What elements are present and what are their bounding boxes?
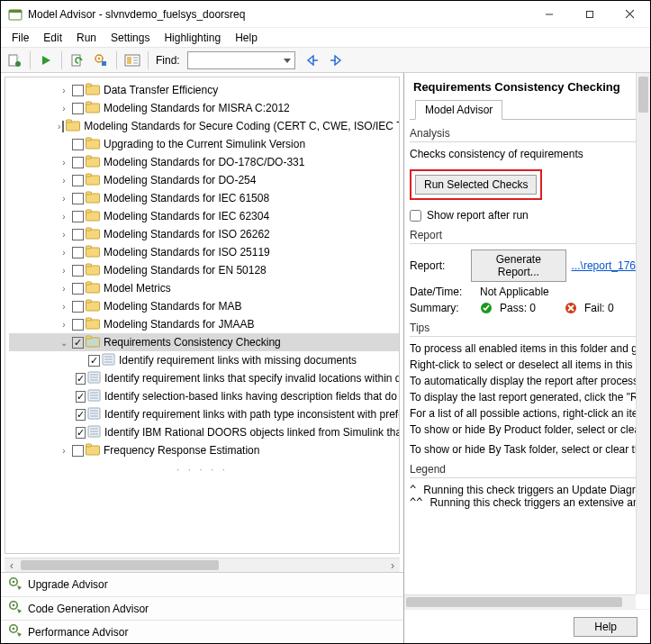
twisty-icon[interactable]: › xyxy=(58,122,60,132)
menu-settings[interactable]: Settings xyxy=(105,30,155,46)
find-next-icon[interactable] xyxy=(326,50,346,70)
report-icon[interactable] xyxy=(122,50,142,70)
tip-line: To display the last report generated, cl… xyxy=(410,391,636,404)
tab-model-advisor[interactable]: Model Advisor xyxy=(415,100,502,120)
tree-row[interactable]: ›Modeling Standards for IEC 61508 xyxy=(9,189,399,207)
tree-row[interactable]: ›Model Metrics xyxy=(9,279,399,297)
tree-label: Modeling Standards for MISRA C:2012 xyxy=(104,102,290,114)
find-prev-icon[interactable] xyxy=(303,50,322,70)
twisty-icon[interactable]: › xyxy=(58,86,70,95)
chevron-down-icon[interactable] xyxy=(283,55,292,66)
menu-highlighting[interactable]: Highlighting xyxy=(158,30,226,46)
twisty-icon[interactable]: › xyxy=(58,320,70,330)
twisty-icon[interactable]: › xyxy=(58,284,70,294)
tree-checkbox[interactable] xyxy=(62,121,64,132)
svg-rect-47 xyxy=(86,282,92,285)
check-item-icon xyxy=(102,353,115,368)
find-input[interactable] xyxy=(187,51,295,69)
tree-checkbox[interactable] xyxy=(72,139,84,150)
menu-edit[interactable]: Edit xyxy=(38,30,68,46)
menu-help[interactable]: Help xyxy=(230,30,263,46)
menu-run[interactable]: Run xyxy=(71,30,102,46)
twisty-icon[interactable]: › xyxy=(58,194,70,204)
details-horizontal-scrollbar[interactable] xyxy=(404,594,636,609)
tree-checkbox[interactable] xyxy=(72,319,84,331)
show-report-checkbox[interactable]: Show report after run xyxy=(410,209,636,222)
tree-row[interactable]: ›Modeling Standards for Secure Coding (C… xyxy=(9,117,399,135)
tree-checkbox[interactable] xyxy=(72,265,84,277)
twisty-icon[interactable]: › xyxy=(58,266,70,276)
twisty-icon[interactable]: ⌄ xyxy=(58,338,70,348)
minimize-button[interactable] xyxy=(529,1,569,28)
twisty-icon[interactable]: › xyxy=(58,230,70,240)
help-button[interactable]: Help xyxy=(574,617,637,637)
splitter-handle[interactable]: · · · · · xyxy=(5,463,399,470)
tree-checkbox[interactable] xyxy=(72,283,84,295)
twisty-icon[interactable]: › xyxy=(58,446,70,456)
twisty-icon[interactable]: › xyxy=(58,212,70,222)
tip-line: To show or hide By Task folder, select o… xyxy=(410,443,636,456)
pass-icon xyxy=(480,302,493,314)
tree-row[interactable]: ›Modeling Standards for JMAAB xyxy=(9,315,399,333)
advisor-item[interactable]: Code Generation Advisor xyxy=(1,596,403,620)
tree-row[interactable]: ›Modeling Standards for DO-254 xyxy=(9,171,399,189)
tree-row[interactable]: ›Data Transfer Efficiency xyxy=(9,81,399,99)
refresh-icon[interactable] xyxy=(68,50,87,70)
tree-row[interactable]: Upgrading to the Current Simulink Versio… xyxy=(9,135,399,153)
tree-checkbox[interactable] xyxy=(72,229,84,240)
tree-horizontal-scrollbar[interactable]: ‹› xyxy=(5,558,400,572)
twisty-icon[interactable]: › xyxy=(58,104,70,113)
tree-row[interactable]: ›Modeling Standards for IEC 62304 xyxy=(9,207,399,225)
twisty-icon[interactable]: › xyxy=(58,248,70,258)
run-icon[interactable] xyxy=(36,50,56,70)
advisor-icon xyxy=(8,576,23,594)
tree-row[interactable]: ›Modeling Standards for ISO 26262 xyxy=(9,225,399,243)
generate-report-button[interactable]: Generate Report... xyxy=(471,249,566,282)
twisty-icon[interactable]: › xyxy=(58,302,70,312)
twisty-icon[interactable]: › xyxy=(58,158,70,168)
tree-checkbox[interactable]: ✓ xyxy=(76,373,86,385)
tree-checkbox[interactable] xyxy=(72,445,84,457)
report-path-link[interactable]: ...\report_176 xyxy=(572,259,636,272)
maximize-button[interactable] xyxy=(569,1,610,28)
tree-checkbox[interactable] xyxy=(72,301,84,313)
tree-row[interactable]: ›Modeling Standards for MAB xyxy=(9,297,399,315)
tree-label: Data Transfer Efficiency xyxy=(104,84,218,96)
tree-checkbox[interactable]: ✓ xyxy=(88,355,100,367)
tree-row[interactable]: ✓Identify IBM Rational DOORS objects lin… xyxy=(9,423,399,441)
tree-row[interactable]: ›Modeling Standards for MISRA C:2012 xyxy=(9,99,399,117)
tree-row[interactable]: ✓Identify requirement links with path ty… xyxy=(9,405,399,423)
twisty-icon[interactable]: › xyxy=(58,176,70,186)
tree-row[interactable]: ›Frequency Response Estimation xyxy=(9,441,399,459)
tree-checkbox[interactable] xyxy=(72,85,84,96)
tree-checkbox[interactable]: ✓ xyxy=(76,391,86,403)
tree-checkbox[interactable] xyxy=(72,103,84,114)
settings-icon[interactable] xyxy=(91,50,111,70)
tree-row[interactable]: ›Modeling Standards for DO-178C/DO-331 xyxy=(9,153,399,171)
tree-row[interactable]: ›Modeling Standards for ISO 25119 xyxy=(9,243,399,261)
tree-checkbox[interactable] xyxy=(72,247,84,259)
advisor-item[interactable]: Upgrade Advisor xyxy=(1,573,403,596)
tree-row[interactable]: ✓Identify requirement links with missing… xyxy=(9,351,399,369)
folder-icon xyxy=(86,299,100,314)
tree-row[interactable]: ✓Identify requirement links that specify… xyxy=(9,369,399,387)
new-icon[interactable] xyxy=(5,50,24,70)
tree-row[interactable]: ✓Identify selection-based links having d… xyxy=(9,387,399,405)
tree-checkbox[interactable] xyxy=(72,193,84,204)
check-tree[interactable]: ›Data Transfer Efficiency›Modeling Stand… xyxy=(5,77,400,554)
tree-checkbox[interactable] xyxy=(72,211,84,222)
svg-rect-35 xyxy=(86,174,92,177)
tree-checkbox[interactable]: ✓ xyxy=(76,409,86,421)
details-vertical-scrollbar[interactable] xyxy=(636,73,650,594)
run-selected-checks-button[interactable]: Run Selected Checks xyxy=(415,175,537,195)
tree-checkbox[interactable]: ✓ xyxy=(72,337,84,349)
analysis-heading: Analysis xyxy=(410,127,636,142)
tree-row[interactable]: ⌄✓Requirements Consistency Checking xyxy=(9,333,399,351)
menu-file[interactable]: File xyxy=(6,30,34,46)
advisor-item[interactable]: Performance Advisor xyxy=(1,620,403,643)
tree-checkbox[interactable]: ✓ xyxy=(76,427,86,439)
tree-checkbox[interactable] xyxy=(72,157,84,168)
tree-row[interactable]: ›Modeling Standards for EN 50128 xyxy=(9,261,399,279)
close-button[interactable] xyxy=(610,1,650,28)
tree-checkbox[interactable] xyxy=(72,175,84,186)
